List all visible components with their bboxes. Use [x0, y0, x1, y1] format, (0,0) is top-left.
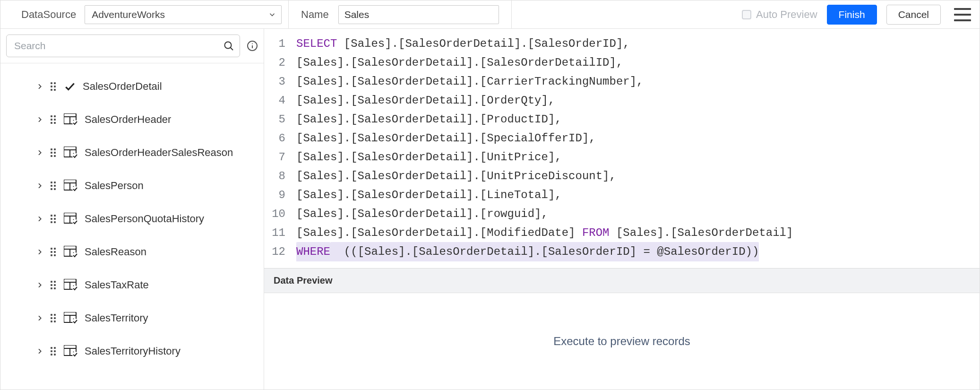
search-input[interactable]: [6, 35, 240, 57]
auto-preview-label: Auto Preview: [756, 9, 817, 21]
drag-handle-icon[interactable]: [51, 182, 57, 190]
table-icon: [64, 345, 78, 357]
code-line[interactable]: [Sales].[SalesOrderDetail].[LineTotal],: [296, 186, 980, 205]
tree-item-label: SalesPersonQuotaHistory: [85, 213, 204, 225]
tree-item-label: SalesTerritoryHistory: [85, 345, 181, 357]
name-input[interactable]: [338, 5, 499, 24]
chevron-right-icon[interactable]: [35, 215, 44, 223]
table-icon: [64, 113, 78, 126]
svg-point-8: [72, 120, 78, 126]
tree-item[interactable]: SalesReason: [0, 235, 264, 269]
tree-item-label: SalesTaxRate: [85, 279, 149, 291]
topbar: DataSource AdventureWorks Name Auto Prev…: [0, 0, 980, 29]
drag-handle-icon[interactable]: [51, 115, 57, 124]
name-label: Name: [301, 9, 329, 21]
code-line[interactable]: [Sales].[SalesOrderDetail].[SalesOrderDe…: [296, 53, 980, 72]
tree-item-label: SalesOrderDetail: [83, 80, 162, 93]
code-line[interactable]: WHERE (([Sales].[SalesOrderDetail].[Sale…: [296, 243, 980, 261]
line-number: 9: [264, 186, 285, 205]
code-line[interactable]: [Sales].[SalesOrderDetail].[ModifiedDate…: [296, 224, 980, 243]
menu-icon[interactable]: [954, 8, 971, 21]
data-preview-panel: Data Preview Execute to preview records: [264, 268, 980, 390]
preview-empty-text: Execute to preview records: [553, 335, 690, 348]
tree-item[interactable]: SalesTerritory: [0, 302, 264, 335]
checkbox-icon: [742, 10, 751, 19]
code-line[interactable]: [Sales].[SalesOrderDetail].[UnitPriceDis…: [296, 167, 980, 186]
finish-button[interactable]: Finish: [827, 5, 877, 25]
chevron-right-icon[interactable]: [35, 314, 44, 322]
tree-item-label: SalesOrderHeaderSalesReason: [85, 147, 233, 159]
cancel-button[interactable]: Cancel: [886, 5, 941, 25]
line-number: 8: [264, 167, 285, 186]
table-icon: [64, 279, 78, 291]
line-number: 12: [264, 243, 285, 261]
query-designer: DataSource AdventureWorks Name Auto Prev…: [0, 0, 980, 390]
check-icon: [64, 80, 76, 93]
tree-item[interactable]: SalesTaxRate: [0, 269, 264, 302]
chevron-right-icon[interactable]: [35, 115, 44, 124]
svg-point-12: [72, 153, 78, 159]
line-number: 2: [264, 53, 285, 72]
datasource-label: DataSource: [21, 9, 76, 21]
topbar-actions: Auto Preview Finish Cancel: [512, 5, 980, 25]
svg-point-32: [72, 319, 78, 324]
code-line[interactable]: [Sales].[SalesOrderDetail].[OrderQty],: [296, 91, 980, 110]
tree-item[interactable]: SalesOrderDetail: [0, 70, 264, 103]
main: SalesOrderDetailSalesOrderHeaderSalesOrd…: [0, 29, 980, 390]
chevron-right-icon[interactable]: [35, 281, 44, 289]
table-icon: [64, 246, 78, 258]
chevron-right-icon[interactable]: [35, 182, 44, 190]
chevron-right-icon[interactable]: [35, 347, 44, 355]
drag-handle-icon[interactable]: [51, 281, 57, 289]
chevron-right-icon[interactable]: [35, 148, 44, 157]
table-icon: [64, 213, 78, 225]
search-row: [0, 29, 264, 63]
code-line[interactable]: [Sales].[SalesOrderDetail].[UnitPrice],: [296, 148, 980, 167]
drag-handle-icon[interactable]: [51, 215, 57, 223]
svg-point-24: [72, 252, 78, 258]
drag-handle-icon[interactable]: [51, 82, 57, 91]
tree-item[interactable]: SalesOrderHeader: [0, 103, 264, 136]
table-icon: [64, 180, 78, 192]
tree-item[interactable]: SalesOrderHeaderSalesReason: [0, 136, 264, 169]
drag-handle-icon[interactable]: [51, 314, 57, 322]
svg-point-4: [252, 43, 253, 44]
svg-point-28: [72, 286, 78, 291]
code-line[interactable]: [Sales].[SalesOrderDetail].[ProductID],: [296, 110, 980, 129]
line-gutter: 123456789101112: [264, 35, 292, 261]
schema-tree[interactable]: SalesOrderDetailSalesOrderHeaderSalesOrd…: [0, 63, 264, 390]
code-line[interactable]: [Sales].[SalesOrderDetail].[CarrierTrack…: [296, 72, 980, 91]
drag-handle-icon[interactable]: [51, 148, 57, 157]
info-icon[interactable]: [247, 40, 258, 52]
datasource-dropdown[interactable]: AdventureWorks: [85, 5, 282, 24]
tree-item[interactable]: SalesTerritoryHistory: [0, 335, 264, 368]
code-line[interactable]: [Sales].[SalesOrderDetail].[SpecialOffer…: [296, 129, 980, 148]
chevron-down-icon: [268, 10, 276, 19]
svg-point-36: [72, 352, 78, 357]
table-icon: [64, 312, 78, 324]
svg-point-16: [72, 186, 78, 192]
chevron-right-icon[interactable]: [35, 82, 44, 91]
code-line[interactable]: SELECT [Sales].[SalesOrderDetail].[Sales…: [296, 35, 980, 53]
code-line[interactable]: [Sales].[SalesOrderDetail].[rowguid],: [296, 205, 980, 224]
drag-handle-icon[interactable]: [51, 347, 57, 355]
content: 123456789101112 SELECT [Sales].[SalesOrd…: [264, 29, 980, 390]
svg-line-1: [231, 48, 233, 51]
auto-preview-toggle[interactable]: Auto Preview: [742, 9, 817, 21]
search-icon: [223, 40, 234, 52]
tree-item-label: SalesTerritory: [85, 312, 148, 324]
line-number: 10: [264, 205, 285, 224]
drag-handle-icon[interactable]: [51, 248, 57, 256]
data-preview-header: Data Preview: [264, 269, 980, 293]
tree-item[interactable]: SalesPersonQuotaHistory: [0, 202, 264, 235]
tree-item[interactable]: SalesPerson: [0, 169, 264, 202]
search-wrap: [6, 35, 240, 57]
tree-item-label: SalesOrderHeader: [85, 113, 171, 126]
svg-point-0: [225, 42, 232, 49]
sql-editor[interactable]: 123456789101112 SELECT [Sales].[SalesOrd…: [264, 29, 980, 261]
code-area[interactable]: SELECT [Sales].[SalesOrderDetail].[Sales…: [292, 35, 980, 261]
line-number: 3: [264, 72, 285, 91]
line-number: 6: [264, 129, 285, 148]
chevron-right-icon[interactable]: [35, 248, 44, 256]
datasource-section: DataSource AdventureWorks: [0, 0, 289, 28]
